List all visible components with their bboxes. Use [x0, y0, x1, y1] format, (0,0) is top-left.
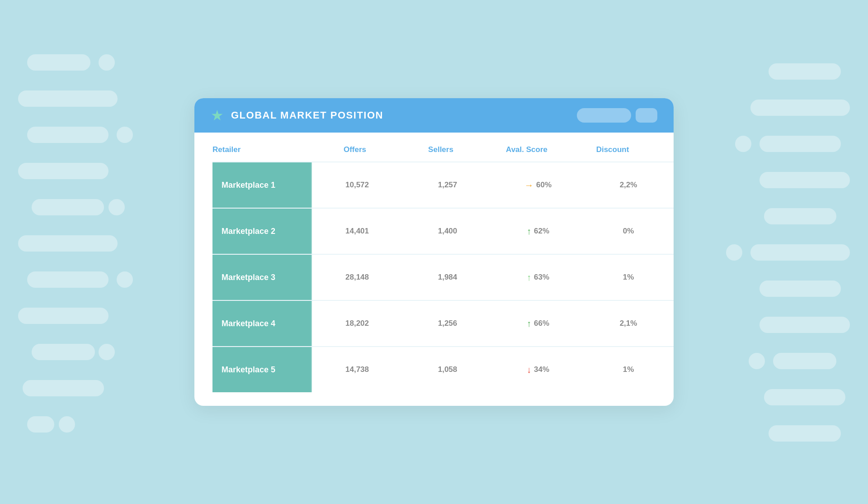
header-button[interactable]	[636, 108, 657, 123]
score-arrow-icon: →	[524, 181, 533, 190]
header-left: ★ GLOBAL MARKET POSITION	[211, 108, 383, 123]
header-pill[interactable]	[577, 108, 631, 123]
discount-cell: 2,1%	[583, 319, 674, 328]
col-discount: Discount	[570, 145, 656, 154]
offers-cell: 18,202	[312, 319, 402, 328]
sellers-cell: 1,257	[402, 181, 493, 190]
score-cell: ↑ 66%	[493, 319, 583, 328]
score-cell: ↓ 34%	[493, 365, 583, 374]
discount-cell: 1%	[583, 273, 674, 282]
table-row: Marketplace 5 14,738 1,058 ↓ 34% 1%	[212, 346, 674, 392]
sellers-cell: 1,400	[402, 227, 493, 236]
table-row: Marketplace 4 18,202 1,256 ↑ 66% 2,1%	[212, 300, 674, 346]
retailer-cell: Marketplace 3	[212, 255, 312, 300]
table-row: Marketplace 1 10,572 1,257 → 60% 2,2%	[212, 162, 674, 208]
retailer-cell: Marketplace 2	[212, 209, 312, 254]
retailer-cell: Marketplace 5	[212, 347, 312, 392]
discount-cell: 0%	[583, 227, 674, 236]
score-value: 62%	[534, 227, 549, 236]
score-arrow-icon: ↑	[527, 273, 531, 282]
offers-cell: 28,148	[312, 273, 402, 282]
retailer-cell: Marketplace 4	[212, 301, 312, 346]
score-value: 66%	[534, 319, 549, 328]
table-body: Marketplace 1 10,572 1,257 → 60% 2,2% Ma…	[194, 162, 674, 392]
offers-cell: 10,572	[312, 181, 402, 190]
retailer-cell: Marketplace 1	[212, 162, 312, 208]
score-arrow-icon: ↓	[527, 365, 531, 374]
table-header: Retailer Offers Sellers Aval. Score Disc…	[194, 133, 674, 162]
score-cell: ↑ 62%	[493, 227, 583, 236]
star-icon: ★	[211, 108, 224, 123]
sellers-cell: 1,058	[402, 365, 493, 374]
score-cell: → 60%	[493, 181, 583, 190]
discount-cell: 2,2%	[583, 181, 674, 190]
col-sellers: Sellers	[398, 145, 484, 154]
discount-cell: 1%	[583, 365, 674, 374]
card-header: ★ GLOBAL MARKET POSITION	[194, 98, 674, 133]
header-right	[577, 108, 657, 123]
sellers-cell: 1,984	[402, 273, 493, 282]
market-position-card: ★ GLOBAL MARKET POSITION Retailer Offers…	[194, 98, 674, 406]
score-value: 34%	[534, 365, 549, 374]
col-offers: Offers	[312, 145, 398, 154]
table-row: Marketplace 2 14,401 1,400 ↑ 62% 0%	[212, 208, 674, 254]
table-row: Marketplace 3 28,148 1,984 ↑ 63% 1%	[212, 254, 674, 300]
offers-cell: 14,738	[312, 365, 402, 374]
score-value: 63%	[534, 273, 549, 282]
score-arrow-icon: ↑	[527, 227, 531, 236]
score-arrow-icon: ↑	[527, 319, 531, 328]
col-retailer: Retailer	[212, 145, 312, 154]
col-aval-score: Aval. Score	[484, 145, 570, 154]
sellers-cell: 1,256	[402, 319, 493, 328]
card-title: GLOBAL MARKET POSITION	[231, 109, 383, 121]
table-container: Retailer Offers Sellers Aval. Score Disc…	[194, 133, 674, 406]
score-value: 60%	[536, 181, 552, 190]
score-cell: ↑ 63%	[493, 273, 583, 282]
offers-cell: 14,401	[312, 227, 402, 236]
